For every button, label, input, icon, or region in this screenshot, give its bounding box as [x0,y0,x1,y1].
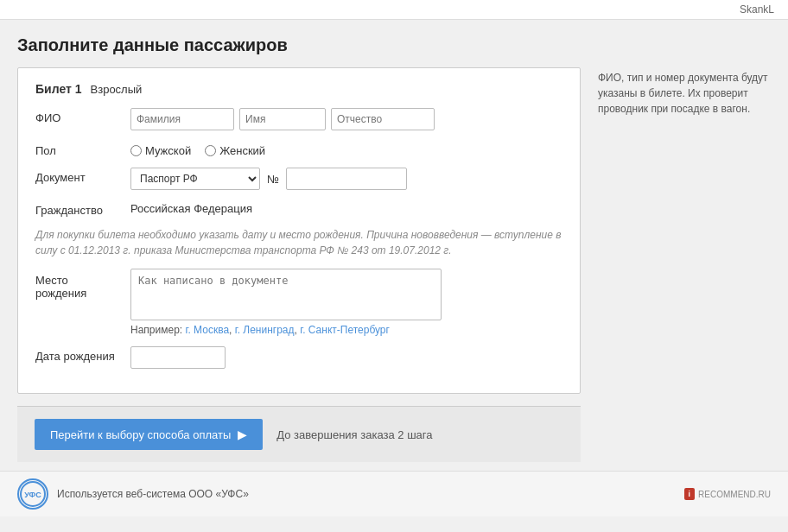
page-title: Заполните данные пассажиров [17,35,581,55]
zhenskiy-label: Женский [219,144,265,157]
pol-row: Пол Мужской Женский [35,141,562,157]
doc-fields: Паспорт РФ Загранпаспорт Свидетельство о… [130,168,407,190]
footer-text: Используется веб-система ООО «УФС» [57,488,249,500]
fio-row: ФИО [35,108,562,130]
grazhdanstvo-row: Гражданство Российская Федерация [35,200,562,217]
grazhdanstvo-value: Российская Федерация [130,202,252,215]
ufs-logo: УФС [17,478,48,510]
sidebar-hint: ФИО, тип и номер документа будут указаны… [598,35,771,462]
example-row: Например: г. Москва, г. Ленинград, г. Са… [130,324,442,336]
number-symbol: № [267,173,279,186]
familiya-input[interactable] [130,108,234,130]
ticket-type: Взрослый [91,83,143,96]
zhenskiy-radio-label[interactable]: Женский [205,144,265,157]
date-label: Дата рождения [35,346,130,363]
muzhskoy-radio[interactable] [130,145,142,156]
recommend-badge: i RECOMMEND.RU [684,488,771,500]
pay-button-arrow: ▶ [238,428,247,441]
pay-button[interactable]: Перейти к выбору способа оплаты ▶ [35,419,263,450]
pol-radio-group: Мужской Женский [130,141,265,157]
svg-text:УФС: УФС [24,491,41,499]
muzhskoy-label: Мужской [145,144,191,157]
mesto-label: Месторождения [35,269,130,300]
ufs-logo-icon: УФС [19,480,47,508]
document-row: Документ Паспорт РФ Загранпаспорт Свидет… [35,168,562,190]
example-moscow[interactable]: г. Москва [186,324,230,336]
recommend-logo: i [684,488,696,500]
passenger-form-card: Билет 1 Взрослый ФИО Пол Мужской [17,67,581,394]
notice-text: Для покупки билета необходимо указать да… [35,227,562,258]
pol-label: Пол [35,141,130,157]
birthplace-block: Например: г. Москва, г. Ленинград, г. Са… [130,269,442,336]
fio-label: ФИО [35,108,130,124]
mesto-row: Месторождения Например: г. Москва, г. Ле… [35,269,562,336]
example-label: Например: [130,324,182,336]
document-number-input[interactable] [286,168,407,190]
recommend-text: RECOMMEND.RU [698,490,771,499]
grazhdanstvo-label: Гражданство [35,200,130,217]
birthdate-input[interactable] [130,346,226,369]
footer-bar: УФС Используется веб-система ООО «УФС» i… [0,471,788,516]
date-row: Дата рождения [35,346,562,369]
muzhskoy-radio-label[interactable]: Мужской [130,144,191,157]
ticket-header: Билет 1 Взрослый [35,82,562,96]
bottom-bar: Перейти к выбору способа оплаты ▶ До зав… [17,406,581,462]
ticket-label: Билет 1 [35,82,82,96]
imya-input[interactable] [239,108,326,130]
example-spb[interactable]: г. Санкт-Петербург [300,324,390,336]
sidebar-hint-text: ФИО, тип и номер документа будут указаны… [598,70,771,117]
top-bar: SkankL [0,0,788,20]
example-leningrad[interactable]: г. Ленинград [235,324,295,336]
steps-text: До завершения заказа 2 шага [276,428,432,441]
birthplace-input[interactable] [130,269,442,320]
document-select[interactable]: Паспорт РФ Загранпаспорт Свидетельство о… [130,168,260,190]
document-label: Документ [35,168,130,184]
zhenskiy-radio[interactable] [205,145,216,156]
pay-button-label: Перейти к выбору способа оплаты [50,428,231,441]
otchestvo-input[interactable] [331,108,435,130]
fio-fields [130,108,435,130]
username: SkankL [740,3,774,16]
